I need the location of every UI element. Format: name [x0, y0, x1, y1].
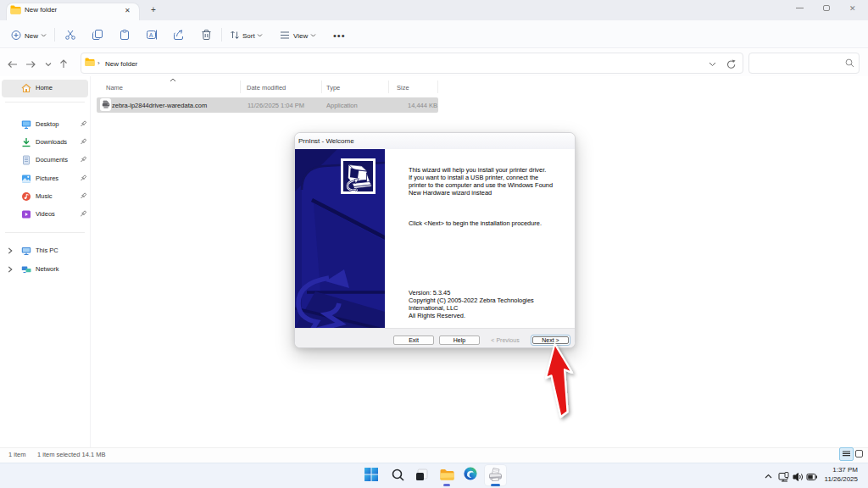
- svg-text:Sort: Sort: [242, 32, 255, 40]
- svg-text:A: A: [149, 32, 153, 38]
- svg-text:New: New: [25, 32, 38, 40]
- svg-text:View: View: [293, 32, 308, 40]
